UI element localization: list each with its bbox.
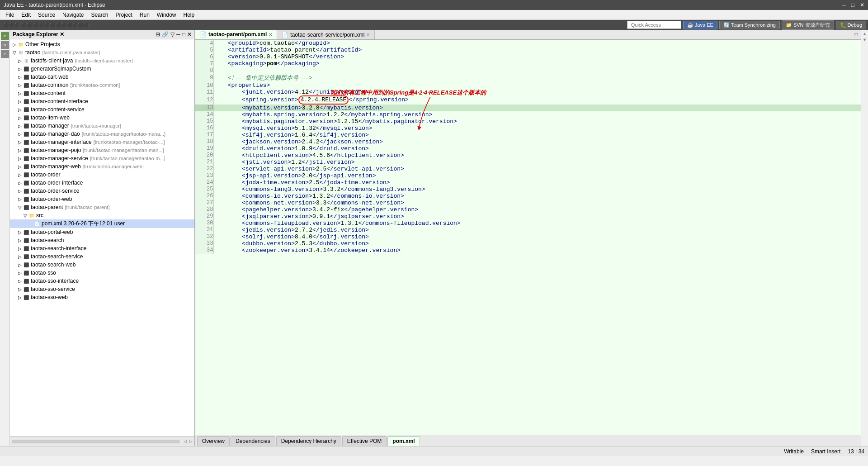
line-content[interactable]: <httpclient.version>4.5.6</httpclient.ve…: [213, 152, 861, 159]
menu-file[interactable]: File: [2, 11, 18, 19]
menu-run[interactable]: Run: [136, 11, 153, 19]
tab-effective-pom[interactable]: Effective POM: [342, 436, 387, 446]
expand-arrow[interactable]: ▷: [17, 148, 23, 153]
line-content[interactable]: <spring.version>4.2.4.RELEASE</spring.ve…: [213, 95, 861, 105]
line-content[interactable]: <jedis.version>2.7.2</jedis.version>: [213, 227, 861, 233]
maximize-panel-button[interactable]: □: [182, 31, 185, 38]
line-content[interactable]: <solrj.version>8.4.0</solrj.version>: [213, 233, 861, 240]
line-content[interactable]: <joda-time.version>2.5</joda-time.versio…: [213, 179, 861, 186]
tab-parent-pom[interactable]: 📄 taotao-parent/pom.xml ✕: [195, 30, 277, 39]
close-tab-button[interactable]: ✕: [366, 32, 370, 37]
expand-arrow[interactable]: ▷: [17, 67, 23, 71]
line-content[interactable]: <jsqlparser.version>0.9.1</jsqlparser.ve…: [213, 213, 861, 220]
line-content[interactable]: <pagehelper.version>3.4.2-fix</pagehelpe…: [213, 206, 861, 213]
perspective-svn[interactable]: 📁 SVN 资源库研究: [782, 20, 834, 30]
perspective-debug[interactable]: 🐛 Debug: [836, 21, 866, 29]
line-content[interactable]: <mysql.version>5.1.32</mysql.version>: [213, 125, 861, 132]
expand-arrow[interactable]: ▷: [17, 238, 23, 243]
minimize-panel-button[interactable]: ─: [176, 31, 180, 38]
line-content[interactable]: <druid.version>1.0.9</druid.version>: [213, 145, 861, 152]
line-content[interactable]: <zookeeper.version>3.4.14</zookeeper.ver…: [213, 247, 861, 254]
expand-arrow[interactable]: ▷: [17, 287, 23, 292]
tab-dependency-hierarchy[interactable]: Dependency Hierarchy: [276, 436, 341, 446]
tree-manager[interactable]: ▷ ⬛ taotao-manager [trunk/taotao-manager…: [10, 122, 194, 130]
link-button[interactable]: 🔗: [162, 31, 169, 38]
expand-arrow[interactable]: ▷: [17, 181, 23, 185]
expand-arrow[interactable]: ▷: [17, 132, 23, 137]
expand-arrow[interactable]: ▷: [17, 172, 23, 177]
tree-search-interface[interactable]: ▷ ⬛ taotao-search-interface: [10, 244, 194, 252]
window-controls[interactable]: ─ □ ✕: [842, 2, 864, 8]
perspective-team-sync[interactable]: 🔄 Team Synchronizing: [719, 21, 780, 29]
tree-portal-web[interactable]: ▷ ⬛ taotao-portal-web: [10, 228, 194, 236]
line-content[interactable]: <artifactId>taotao-parent</artifactId>: [213, 47, 861, 53]
expand-arrow[interactable]: ▷: [17, 124, 23, 128]
tree-sso-service[interactable]: ▷ ⬛ taotao-sso-service: [10, 285, 194, 293]
line-content[interactable]: <jstl.version>1.2</jstl.version>: [213, 159, 861, 166]
tree-manager-service[interactable]: ▷ ⬛ taotao-manager-service [trunk/taotao…: [10, 154, 194, 162]
expand-arrow[interactable]: ▷: [17, 164, 23, 169]
expand-arrow[interactable]: ▷: [17, 99, 23, 104]
tree-pom-xml[interactable]: 📄 pom.xml 3 20-6-26 下午12:01 user: [10, 219, 194, 228]
tree-fastdfs[interactable]: ▷ ⊞ fastdfs-client-java [fastdfs-client-…: [10, 57, 194, 65]
editor-maximize-button[interactable]: □: [852, 30, 861, 39]
expand-arrow[interactable]: ▷: [12, 42, 17, 47]
expand-arrow[interactable]: ▷: [17, 75, 23, 80]
expand-arrow[interactable]: ▷: [17, 140, 23, 145]
side-icon-3[interactable]: ?: [1, 50, 9, 58]
expand-arrow[interactable]: ▽: [12, 50, 17, 55]
expand-arrow[interactable]: ▷: [17, 254, 23, 259]
line-content[interactable]: <servlet-api.version>2.5</servlet-api.ve…: [213, 166, 861, 172]
line-content[interactable]: <properties>: [213, 82, 861, 89]
right-panel-icon-2[interactable]: ▼: [863, 38, 866, 43]
code-editor[interactable]: 咱们所有工程中用到的Spring是4·2·4·RELEASE这个版本的 4: [195, 40, 861, 435]
tree-sso[interactable]: ▷ ⬛ taotao-sso: [10, 269, 194, 277]
tree-sso-interface[interactable]: ▷ ⬛ taotao-sso-interface: [10, 277, 194, 285]
expand-arrow[interactable]: ▷: [17, 189, 23, 194]
menu-project[interactable]: Project: [112, 11, 136, 19]
tree-parent[interactable]: ▽ ⬛ taotao-parent [trunk/taotao-parent]: [10, 203, 194, 211]
tab-overview[interactable]: Overview: [197, 436, 230, 446]
view-menu-button[interactable]: ▽: [170, 31, 175, 38]
expand-arrow[interactable]: ▽: [17, 205, 23, 210]
line-content[interactable]: <jsp-api.version>2.0</jsp-api.version>: [213, 172, 861, 179]
expand-arrow[interactable]: ▷: [17, 83, 23, 88]
tree-manager-web[interactable]: ▷ ⬛ taotao-manager-web [trunk/taotao-man…: [10, 162, 194, 171]
tab-dependencies[interactable]: Dependencies: [231, 436, 275, 446]
quick-access-input[interactable]: [627, 21, 681, 29]
tree-manager-interface[interactable]: ▷ ⬛ taotao-manager-interface [trunk/taot…: [10, 138, 194, 146]
expand-arrow[interactable]: ▷: [17, 295, 23, 300]
line-content[interactable]: <junit.version>4.12</junit.version>: [213, 89, 861, 95]
side-icon-2[interactable]: ⊞: [1, 41, 9, 49]
menu-help[interactable]: Help: [180, 11, 198, 19]
tree-common[interactable]: ▷ ⬛ taotao-common [trunk/taotao-common]: [10, 81, 194, 89]
tree-item-web[interactable]: ▷ ⬛ taotao-item-web: [10, 114, 194, 122]
tree-taotao[interactable]: ▽ ⊞ taotao [fastdfs-client-java master]: [10, 48, 194, 57]
tree-sso-web[interactable]: ▷ ⬛ taotao-sso-web: [10, 293, 194, 301]
package-explorer-content[interactable]: ▷ 📁 Other Projects ▽ ⊞ taotao [fastdfs-c…: [10, 39, 194, 436]
line-content[interactable]: <version>0.0.1-SNAPSHOT</version>: [213, 53, 861, 60]
expand-arrow[interactable]: ▷: [17, 197, 23, 202]
tree-search-web[interactable]: ▷ ⬛ taotao-search-web: [10, 261, 194, 269]
expand-arrow[interactable]: ▷: [17, 271, 23, 276]
line-content[interactable]: <slf4j.version>1.6.4</slf4j.version>: [213, 132, 861, 138]
tab-search-pom[interactable]: 📄 taotao-search-service/pom.xml ✕: [277, 30, 375, 39]
right-panel-icon-1[interactable]: ▲: [863, 32, 866, 37]
tree-cart-web[interactable]: ▷ ⬛ taotao-cart-web: [10, 73, 194, 81]
perspective-javaee[interactable]: ☕ Java EE: [683, 21, 717, 29]
side-icon-1[interactable]: P: [1, 32, 9, 40]
line-content[interactable]: <!-- 集中定义依赖版本号 -->: [213, 74, 861, 82]
tree-order-interface[interactable]: ▷ ⬛ taotao-order-interface: [10, 179, 194, 187]
close-button[interactable]: ✕: [860, 2, 864, 8]
expand-arrow[interactable]: ▷: [17, 230, 23, 235]
line-content[interactable]: <jackson.version>2.4.2</jackson.version>: [213, 138, 861, 145]
expand-arrow[interactable]: ▷: [17, 279, 23, 284]
minimize-button[interactable]: ─: [842, 2, 846, 8]
package-explorer-controls[interactable]: ⊟ 🔗 ▽ ─ □ ✕: [156, 31, 192, 38]
expand-arrow[interactable]: ▷: [17, 262, 23, 267]
tab-pom-xml[interactable]: pom.xml: [387, 436, 420, 446]
expand-arrow[interactable]: ▷: [17, 246, 23, 251]
maximize-button[interactable]: □: [851, 2, 854, 8]
expand-arrow[interactable]: ▷: [17, 107, 23, 112]
line-content[interactable]: <commons-net.version>3.3</commons-net.ve…: [213, 200, 861, 206]
